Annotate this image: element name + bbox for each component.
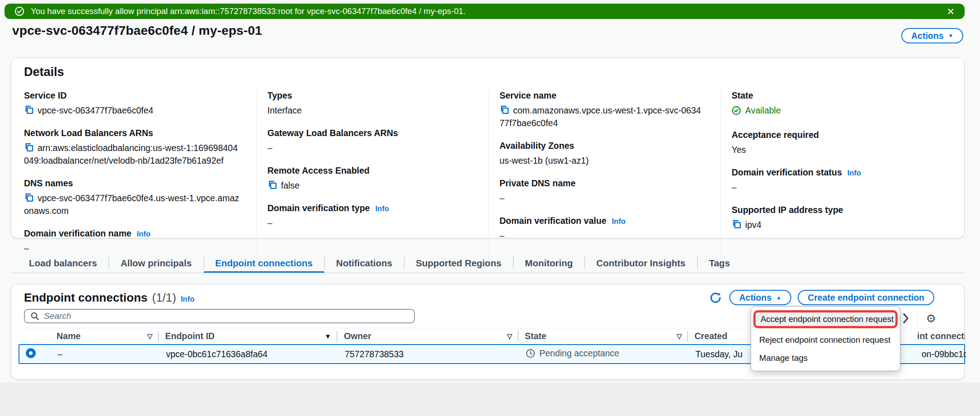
connections-actions-button[interactable]: Actions ▲ xyxy=(729,290,791,305)
field-value: – xyxy=(500,192,705,204)
info-link[interactable]: Info xyxy=(375,204,389,213)
menu-item-accept-endpoint-connection-request[interactable]: Accept endpoint connection request xyxy=(753,310,898,328)
info-link[interactable]: Info xyxy=(612,217,625,226)
check-circle-icon xyxy=(732,106,741,115)
copy-icon[interactable] xyxy=(24,193,33,203)
field-label: Domain verification status xyxy=(732,167,842,178)
field-label: Remote Access Enabled xyxy=(267,165,473,176)
tab-contributor-insights[interactable]: Contributor Insights xyxy=(585,253,697,273)
status-badge-pending: Pending acceptance xyxy=(526,348,619,359)
filter-icon[interactable]: ▽ xyxy=(507,332,512,340)
field-label: Domain verification name xyxy=(24,228,131,239)
field-label: Availability Zones xyxy=(500,141,705,151)
info-link[interactable]: Info xyxy=(181,295,194,303)
caret-up-icon: ▲ xyxy=(776,295,781,300)
details-column-4: State Available Acceptance required Yes … xyxy=(720,90,952,266)
details-column-2: Types Interface Gateway Load Balancers A… xyxy=(256,90,488,266)
copy-icon[interactable] xyxy=(500,105,509,115)
copy-icon[interactable] xyxy=(24,105,33,115)
field-label: Service ID xyxy=(24,90,241,101)
field-value: – xyxy=(732,181,937,194)
field-value: Yes xyxy=(732,143,937,156)
actions-dropdown-menu: Accept endpoint connection request Rejec… xyxy=(751,306,900,371)
cell-name: – xyxy=(51,349,160,359)
tab-bar: Load balancers Allow principals Endpoint… xyxy=(17,253,742,273)
column-header-clipped[interactable]: int connectio xyxy=(914,328,965,344)
filter-icon[interactable]: ▽ xyxy=(147,332,152,340)
field-value: Interface xyxy=(267,104,473,117)
tab-supported-regions[interactable]: Supported Regions xyxy=(404,253,513,273)
cell-endpoint-id: vpce-0bc61c71636a8fa64 xyxy=(160,349,338,359)
details-column-3: Service name com.amazonaws.vpce.us-west-… xyxy=(488,90,720,266)
cell-owner: 757278738533 xyxy=(338,349,519,359)
field-label: Private DNS name xyxy=(500,178,705,189)
details-heading: Details xyxy=(24,65,64,79)
close-icon[interactable]: ✕ xyxy=(947,7,955,16)
caret-down-icon: ▼ xyxy=(948,33,954,38)
tab-load-balancers[interactable]: Load balancers xyxy=(17,253,109,273)
column-header-endpoint-id[interactable]: Endpoint ID ▼ xyxy=(159,328,338,344)
tab-allow-principals[interactable]: Allow principals xyxy=(109,253,203,273)
field-label: Acceptance required xyxy=(732,130,937,140)
copy-icon[interactable] xyxy=(267,180,277,190)
details-panel: Details Service ID vpce-svc-063477f7bae6… xyxy=(11,57,965,238)
filter-icon[interactable]: ▽ xyxy=(676,332,682,340)
field-value: – xyxy=(500,229,705,242)
field-label: DNS names xyxy=(24,178,241,189)
field-label: Domain verification type xyxy=(267,203,370,213)
pager-divider xyxy=(918,312,918,325)
info-link[interactable]: Info xyxy=(847,169,861,177)
field-value: arn:aws:elasticloadbalancing:us-west-1:1… xyxy=(24,142,241,167)
cell-connection-id-clipped: on-09bbc1cd xyxy=(915,349,966,359)
banner-message: You have successfully allow principal ar… xyxy=(31,6,466,16)
field-value: false xyxy=(267,179,473,192)
refresh-icon xyxy=(709,292,722,304)
field-label: Types xyxy=(267,90,473,101)
tab-monitoring[interactable]: Monitoring xyxy=(513,253,585,273)
menu-item-reject-endpoint-connection-request[interactable]: Reject endpoint connection request xyxy=(751,331,900,349)
search-box xyxy=(24,309,415,323)
column-header-name[interactable]: Name ▽ xyxy=(50,328,159,344)
copy-icon[interactable] xyxy=(24,143,33,152)
field-label: Gateway Load Balancers ARNs xyxy=(267,128,473,138)
field-value: – xyxy=(24,242,241,255)
field-value: com.amazonaws.vpce.us-west-1.vpce-svc-06… xyxy=(500,104,705,129)
column-header-state[interactable]: State ▽ xyxy=(519,328,688,344)
tab-tags[interactable]: Tags xyxy=(697,253,742,273)
info-link[interactable]: Info xyxy=(137,230,150,238)
clock-icon xyxy=(526,349,535,358)
details-column-1: Service ID vpce-svc-063477f7bae6c0fe4 Ne… xyxy=(24,90,256,266)
row-radio-selected[interactable] xyxy=(26,348,36,358)
column-header-owner[interactable]: Owner ▽ xyxy=(338,328,519,344)
search-icon xyxy=(30,312,39,321)
field-value: vpce-svc-063477f7bae6c0fe4 xyxy=(24,104,241,117)
select-all-column xyxy=(19,328,50,344)
connections-heading: Endpoint connections xyxy=(24,291,147,305)
tab-endpoint-connections[interactable]: Endpoint connections xyxy=(204,253,324,273)
menu-item-manage-tags[interactable]: Manage tags xyxy=(751,349,900,367)
status-badge-available: Available xyxy=(732,104,781,117)
field-label: Service name xyxy=(500,90,705,101)
field-label: Network Load Balancers ARNs xyxy=(24,128,241,138)
page-actions-button[interactable]: Actions ▼ xyxy=(901,28,963,43)
field-value: us-west-1b (usw1-az1) xyxy=(500,154,705,167)
create-endpoint-connection-button[interactable]: Create endpoint connection xyxy=(798,290,934,305)
field-value: ipv4 xyxy=(732,218,937,231)
chevron-right-icon[interactable] xyxy=(902,313,909,323)
connections-count: (1/1) xyxy=(152,291,176,305)
copy-icon[interactable] xyxy=(732,220,741,229)
field-label: Supported IP address type xyxy=(732,205,937,215)
field-value: – xyxy=(267,217,473,229)
page-title: vpce-svc-063477f7bae6c0fe4 / my-eps-01 xyxy=(12,24,262,38)
page-background xyxy=(0,382,980,416)
refresh-button[interactable] xyxy=(709,290,723,305)
search-input[interactable] xyxy=(44,311,409,321)
success-banner: You have successfully allow principal ar… xyxy=(5,4,965,19)
tab-notifications[interactable]: Notifications xyxy=(324,253,404,273)
tabs-divider xyxy=(11,273,965,273)
field-value: – xyxy=(267,142,473,154)
sort-icon[interactable]: ▼ xyxy=(324,332,331,340)
success-check-icon xyxy=(14,6,24,16)
field-value: vpce-svc-063477f7bae6c0fe4.us-west-1.vpc… xyxy=(24,192,241,217)
gear-icon[interactable]: ⚙ xyxy=(926,313,936,324)
